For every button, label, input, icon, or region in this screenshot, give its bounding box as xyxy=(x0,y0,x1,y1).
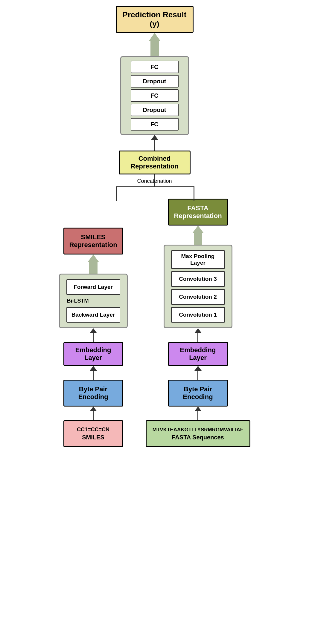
conv3-box: Convolution 3 xyxy=(171,271,225,287)
embedding-fasta-label: Embedding Layer xyxy=(171,346,225,362)
embedding-layer-fasta-box: Embedding Layer xyxy=(168,342,228,366)
bpe-smiles-box: Byte Pair Encoding xyxy=(63,380,123,407)
max-pooling-label: Max Pooling Layer xyxy=(173,253,223,266)
arrow-line xyxy=(197,333,198,342)
fc-mid: FC xyxy=(131,89,179,102)
smiles-representation-box: SMILES Representation xyxy=(63,228,123,254)
diagram: Prediction Result (y) FC Dropout FC Drop… xyxy=(41,6,268,447)
smiles-sequence: CC1=CC=CN xyxy=(77,427,109,433)
arrow-to-fasta-repr xyxy=(193,226,203,245)
smiles-repr-label: SMILES Representation xyxy=(67,233,119,249)
fc-stack: FC Dropout FC Dropout FC xyxy=(120,56,189,135)
arrowhead xyxy=(151,135,158,140)
smiles-column: SMILES Representation Forward Layer Bi-L… xyxy=(59,228,128,447)
arrow-line xyxy=(93,333,94,342)
bpe-fasta-label: Byte Pair Encoding xyxy=(171,385,225,401)
arrow-to-cnn xyxy=(194,328,202,342)
embedding-layer-smiles-box: Embedding Layer xyxy=(63,342,123,366)
arrow-to-embedding-fasta xyxy=(194,366,202,380)
conv2-box: Convolution 2 xyxy=(171,289,225,305)
concat-h-line xyxy=(77,186,232,201)
smiles-input-box: CC1=CC=CN SMILES xyxy=(63,420,123,447)
arrowhead xyxy=(90,407,97,411)
arrow-line xyxy=(197,411,198,420)
arrow-to-smiles-repr xyxy=(88,254,99,274)
arrow-shaft xyxy=(150,41,159,56)
shaft xyxy=(89,262,98,274)
arrowhead xyxy=(193,226,203,233)
combined-label: Combined Representation xyxy=(123,155,187,170)
arrow-from-combined xyxy=(151,135,158,151)
dropout-bot: Dropout xyxy=(131,104,179,116)
concat-label-container: Concatenation xyxy=(77,178,232,184)
shaft xyxy=(194,233,202,245)
dropout-top: Dropout xyxy=(131,75,179,88)
bilstm-container: Forward Layer Bi-LSTM Backward Layer xyxy=(59,274,128,328)
fasta-input-box: MTVKTEAAKGTLTYSRMRGMVAILIAF FASTA Sequen… xyxy=(146,420,250,447)
fasta-sequence: MTVKTEAAKGTLTYSRMRGMVAILIAF xyxy=(153,427,243,433)
bilstm-label: Bi-LSTM xyxy=(67,298,89,304)
two-columns: SMILES Representation Forward Layer Bi-L… xyxy=(41,199,268,447)
horiz-line xyxy=(116,186,194,187)
arrowhead xyxy=(194,328,202,333)
arrow-to-bilstm xyxy=(90,328,97,342)
arrowhead xyxy=(194,366,202,371)
bpe-smiles-label: Byte Pair Encoding xyxy=(67,385,120,401)
cnn-container: Max Pooling Layer Convolution 3 Convolut… xyxy=(164,245,232,328)
max-pooling-box: Max Pooling Layer xyxy=(171,250,225,269)
smiles-type-label: SMILES xyxy=(82,434,104,441)
fasta-type-label: FASTA Sequences xyxy=(172,434,224,441)
backward-label: Backward Layer xyxy=(71,312,115,318)
combined-representation-box: Combined Representation xyxy=(119,151,191,174)
concatenation-label: Concatenation xyxy=(137,178,172,184)
arrow-line xyxy=(197,371,198,380)
arrow-line xyxy=(154,140,155,151)
backward-layer-box: Backward Layer xyxy=(66,307,120,323)
vert-left xyxy=(116,186,117,201)
forward-layer-box: Forward Layer xyxy=(66,279,120,295)
forward-label: Forward Layer xyxy=(74,284,113,290)
arrowhead xyxy=(88,254,99,262)
arrow-to-bpe-smiles xyxy=(90,407,97,420)
arrow-line xyxy=(93,411,94,420)
arrow-to-embedding-smiles xyxy=(90,366,97,380)
conv1-label: Convolution 1 xyxy=(179,312,217,318)
arrowhead-up xyxy=(149,33,161,41)
bpe-fasta-box: Byte Pair Encoding xyxy=(168,380,228,407)
arrowhead xyxy=(194,407,202,411)
fc-bot: FC xyxy=(131,118,179,131)
arrow-to-bpe-fasta xyxy=(194,407,202,420)
arrowhead xyxy=(90,366,97,371)
conv2-label: Convolution 2 xyxy=(179,294,217,300)
arrow-line xyxy=(93,371,94,380)
fasta-input-content: MTVKTEAAKGTLTYSRMRGMVAILIAF FASTA Sequen… xyxy=(153,427,243,441)
embedding-smiles-label: Embedding Layer xyxy=(67,346,120,362)
arrow-to-prediction xyxy=(149,33,161,56)
prediction-result-label: Prediction Result (y) xyxy=(120,10,190,29)
conv3-label: Convolution 3 xyxy=(179,276,217,282)
smiles-input-content: CC1=CC=CN SMILES xyxy=(77,427,109,441)
conv1-box: Convolution 1 xyxy=(171,307,225,323)
arrowhead xyxy=(90,328,97,333)
fc-top: FC xyxy=(131,61,179,73)
vert-right xyxy=(194,186,194,201)
prediction-result-box: Prediction Result (y) xyxy=(116,6,194,33)
concatenation-section: Concatenation xyxy=(41,174,268,208)
fasta-column: FASTA Representation Max Pooling Layer C… xyxy=(146,199,250,447)
